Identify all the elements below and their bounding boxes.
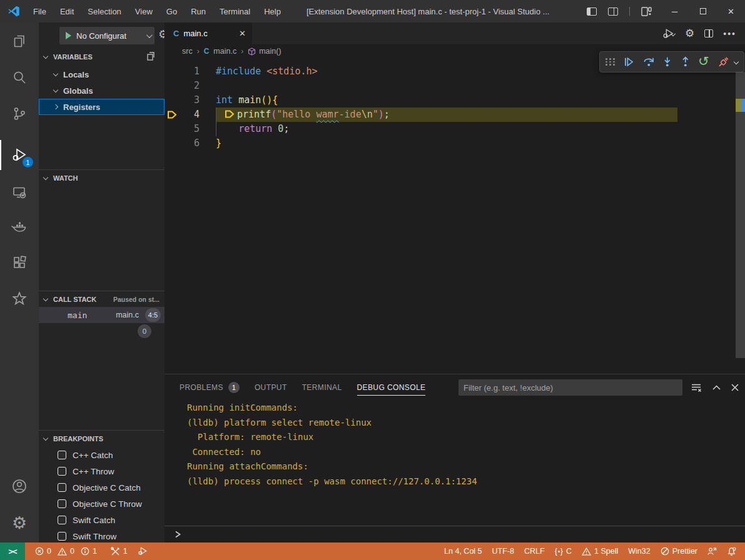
toggle-sidebar-icon[interactable] (587, 8, 597, 16)
restart-button[interactable]: ↺ (698, 55, 709, 68)
run-and-debug-icon[interactable]: 1 (0, 139, 39, 171)
debug-status[interactable] (133, 542, 153, 560)
account-icon[interactable] (0, 470, 39, 502)
panel-tab-output[interactable]: OUTPUT (255, 374, 287, 401)
debug-settings-gear-icon[interactable]: ⚙ (158, 29, 165, 40)
eol-selector[interactable]: CRLF (519, 542, 550, 560)
maximize-button[interactable] (689, 0, 717, 22)
gear-icon[interactable]: ⚙ (685, 28, 694, 39)
menu-go[interactable]: Go (160, 0, 184, 22)
close-icon[interactable]: ✕ (239, 29, 246, 38)
editor-gutter[interactable]: 4 (165, 108, 216, 122)
variables-item-globals[interactable]: Globals (39, 82, 165, 99)
menu-view[interactable]: View (128, 0, 160, 22)
breakpoint-objective-c-throw[interactable]: Objective C Throw (39, 496, 165, 512)
call-stack-section-header[interactable]: CALL STACK Paused on st... (39, 291, 165, 307)
breakpoint-swift-throw[interactable]: Swift Throw (39, 528, 165, 542)
search-icon[interactable] (0, 61, 39, 94)
remote-explorer-icon[interactable] (0, 176, 39, 209)
remote-indicator[interactable]: >< (0, 542, 25, 560)
tab-main-c[interactable]: C main.c ✕ (165, 22, 252, 44)
panel-tab-terminal[interactable]: TERMINAL (302, 374, 342, 401)
checkbox-unchecked[interactable] (58, 499, 66, 508)
close-panel-icon[interactable] (731, 384, 739, 391)
continue-button[interactable] (624, 56, 635, 68)
variables-item-locals[interactable]: Locals (39, 66, 165, 82)
copy-icon[interactable] (146, 52, 156, 61)
call-stack-frame[interactable]: mainmain.c4:5 (39, 307, 165, 323)
code-line-content[interactable]: return 0; (216, 122, 745, 136)
code-line-content[interactable]: int main(){ (216, 93, 745, 108)
minimize-button[interactable]: ─ (661, 0, 689, 22)
settings-gear-icon[interactable]: ⚙ (0, 506, 39, 539)
code-editor[interactable]: 1#include <stdio.h>23int main(){4printf(… (165, 58, 745, 374)
menu-selection[interactable]: Selection (81, 0, 128, 22)
close-button[interactable]: ✕ (717, 0, 745, 22)
step-into-button[interactable] (662, 56, 672, 68)
menu-run[interactable]: Run (184, 0, 213, 22)
filter-input[interactable] (459, 379, 682, 396)
source-control-icon[interactable] (0, 98, 39, 130)
panel-tab-debug-console[interactable]: DEBUG CONSOLE (357, 374, 426, 401)
extensions-icon[interactable] (0, 246, 39, 279)
breakpoint-c-throw[interactable]: C++ Throw (39, 463, 165, 479)
step-out-button[interactable] (681, 56, 691, 68)
editor-scrollbar[interactable] (736, 72, 745, 358)
debug-config-dropdown[interactable]: No Configurat (59, 27, 155, 44)
code-line-content[interactable]: printf("hello wamr-ide\n"); (216, 108, 677, 122)
checkbox-unchecked[interactable] (58, 483, 66, 492)
language-mode[interactable]: {} C (550, 542, 577, 560)
toolchain-status[interactable]: 1 (106, 542, 133, 560)
drag-handle[interactable] (606, 58, 616, 66)
encoding-selector[interactable]: UTF-8 (487, 542, 519, 560)
customize-layout-icon[interactable] (641, 7, 652, 16)
toggle-secondary-sidebar-icon[interactable] (608, 8, 618, 16)
breadcrumb-item[interactable]: src (182, 47, 193, 56)
step-over-button[interactable] (643, 56, 654, 68)
menu-file[interactable]: File (26, 0, 53, 22)
debug-console-input[interactable] (165, 526, 745, 542)
run-or-debug-button[interactable] (662, 28, 675, 40)
platform-status[interactable]: Win32 (623, 542, 655, 560)
editor-gutter[interactable]: 2 (165, 79, 216, 93)
star-extension-icon[interactable] (0, 282, 39, 315)
checkbox-unchecked[interactable] (58, 467, 66, 476)
menu-terminal[interactable]: Terminal (213, 0, 257, 22)
checkbox-unchecked[interactable] (58, 532, 66, 541)
cursor-position[interactable]: Ln 4, Col 5 (439, 542, 487, 560)
breakpoint-swift-catch[interactable]: Swift Catch (39, 512, 165, 528)
feedback-button[interactable] (702, 542, 722, 560)
breakpoints-section-header[interactable]: BREAKPOINTS (39, 430, 165, 446)
disconnect-button[interactable] (717, 56, 729, 68)
notifications-button[interactable] (722, 542, 741, 560)
breakpoint-objective-c-catch[interactable]: Objective C Catch (39, 479, 165, 496)
formatter-status[interactable]: Prettier (656, 542, 702, 560)
clear-console-icon[interactable] (691, 383, 702, 392)
more-actions-icon[interactable]: ••• (723, 32, 736, 36)
menu-edit[interactable]: Edit (53, 0, 81, 22)
code-line-content[interactable]: } (216, 136, 745, 151)
checkbox-unchecked[interactable] (58, 451, 66, 459)
call-stack-thread-row[interactable]: 0 (39, 323, 165, 339)
editor-gutter[interactable]: 1 (165, 64, 216, 79)
breadcrumb-item[interactable]: Cmain.c (204, 47, 237, 56)
variables-item-registers[interactable]: Registers (39, 99, 165, 115)
editor-gutter[interactable]: 3 (165, 93, 216, 108)
checkbox-unchecked[interactable] (58, 516, 66, 524)
problems-status[interactable]: 0 0 1 (30, 542, 102, 560)
breakpoint-c-catch[interactable]: C++ Catch (39, 447, 165, 463)
code-line-content[interactable] (216, 79, 745, 93)
breadcrumb-item[interactable]: main() (248, 47, 281, 56)
split-editor-icon[interactable] (704, 29, 713, 38)
menu-help[interactable]: Help (257, 0, 288, 22)
chevron-down-icon[interactable] (734, 59, 739, 64)
panel-tab-problems[interactable]: PROBLEMS1 (180, 374, 240, 401)
maximize-panel-icon[interactable] (712, 385, 721, 390)
docker-icon[interactable] (0, 211, 39, 244)
spell-checker-status[interactable]: 1 Spell (577, 542, 623, 560)
editor-gutter[interactable]: 5 (165, 122, 216, 136)
explorer-icon[interactable] (0, 25, 39, 58)
watch-section-header[interactable]: WATCH (39, 169, 165, 186)
variables-section-header[interactable]: VARIABLES (39, 49, 165, 65)
editor-gutter[interactable]: 6 (165, 136, 216, 151)
